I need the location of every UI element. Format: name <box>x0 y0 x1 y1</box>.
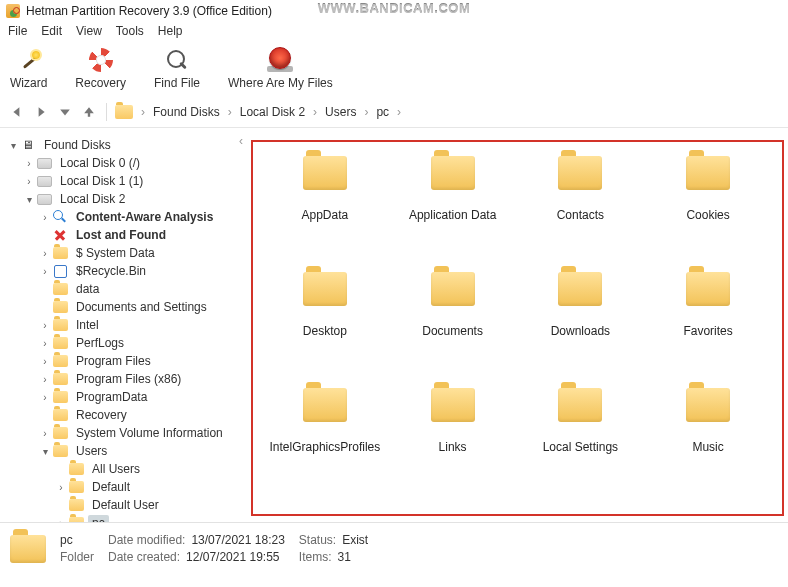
nav-divider <box>106 103 107 121</box>
tree-program-files[interactable]: › Program Files <box>38 352 241 370</box>
grid-item[interactable]: Links <box>393 388 513 454</box>
where-files-button[interactable]: Where Are My Files <box>228 46 333 90</box>
tree-disk-1[interactable]: › Local Disk 1 (1) <box>22 172 241 190</box>
tree-pc[interactable]: › pc <box>54 514 241 522</box>
menu-tools[interactable]: Tools <box>116 24 144 38</box>
grid-item[interactable]: Downloads <box>521 272 641 338</box>
nav-forward-button[interactable] <box>32 103 50 121</box>
tree-recycle[interactable]: › $Recycle.Bin <box>38 262 241 280</box>
grid-item-label: Downloads <box>551 324 610 338</box>
wizard-button[interactable]: Wizard <box>10 46 47 90</box>
recovery-button[interactable]: Recovery <box>75 46 126 90</box>
expander-icon[interactable]: ▾ <box>6 140 20 151</box>
tree-all-users[interactable]: · All Users <box>54 460 241 478</box>
folder-icon <box>53 445 68 457</box>
grid-item[interactable]: Music <box>648 388 768 454</box>
status-created-label: Date created: <box>108 550 180 564</box>
expander-icon[interactable]: › <box>38 338 52 349</box>
folder-grid: AppDataApplication DataContactsCookiesDe… <box>253 146 780 454</box>
folder-icon <box>558 388 602 422</box>
where-files-label: Where Are My Files <box>228 76 333 90</box>
tree-programdata[interactable]: › ProgramData <box>38 388 241 406</box>
expander-icon[interactable]: › <box>38 374 52 385</box>
tree-recovery-folder[interactable]: · Recovery <box>38 406 241 424</box>
tree-lost-found[interactable]: · Lost and Found <box>38 226 241 244</box>
crumb-pc[interactable]: pc <box>376 105 389 119</box>
grid-item[interactable]: Desktop <box>265 272 385 338</box>
tree-users-label: Users <box>72 443 111 459</box>
expander-icon[interactable]: › <box>38 356 52 367</box>
expander-icon[interactable]: ▾ <box>22 194 36 205</box>
tree-data[interactable]: · data <box>38 280 241 298</box>
expander-icon: · <box>38 410 52 421</box>
status-created: 12/07/2021 19:55 <box>186 550 279 564</box>
tree-perflogs[interactable]: › PerfLogs <box>38 334 241 352</box>
tree-disk-0-label: Local Disk 0 (/) <box>56 155 144 171</box>
tree-programdata-label: ProgramData <box>72 389 151 405</box>
grid-item[interactable]: Local Settings <box>521 388 641 454</box>
disk-icon <box>37 194 52 205</box>
tree-svi[interactable]: › System Volume Information <box>38 424 241 442</box>
menu-view[interactable]: View <box>76 24 102 38</box>
tree-intel[interactable]: › Intel <box>38 316 241 334</box>
status-modified: 13/07/2021 18:23 <box>191 533 284 547</box>
disk-icon <box>37 158 52 169</box>
nav-up-button[interactable] <box>80 103 98 121</box>
expander-icon[interactable]: › <box>38 212 52 223</box>
grid-item-label: Links <box>439 440 467 454</box>
menu-file[interactable]: File <box>8 24 27 38</box>
expander-icon[interactable]: › <box>38 392 52 403</box>
expander-icon[interactable]: › <box>54 482 68 493</box>
menu-help[interactable]: Help <box>158 24 183 38</box>
find-file-button[interactable]: Find File <box>154 46 200 90</box>
main-toolbar: Wizard Recovery Find File Where Are My F… <box>0 42 788 99</box>
expander-icon[interactable]: › <box>38 428 52 439</box>
grid-item[interactable]: Cookies <box>648 156 768 222</box>
crumb-users[interactable]: Users <box>325 105 356 119</box>
tree-disk-2[interactable]: ▾ Local Disk 2 <box>22 190 241 208</box>
crumb-found-disks[interactable]: Found Disks <box>153 105 220 119</box>
tree-default[interactable]: › Default <box>54 478 241 496</box>
grid-item[interactable]: Documents <box>393 272 513 338</box>
folder-icon <box>431 388 475 422</box>
content-panel: AppDataApplication DataContactsCookiesDe… <box>245 128 788 522</box>
tree-root[interactable]: ▾ 🖥 Found Disks <box>6 136 241 154</box>
tree-content-aware[interactable]: › Content-Aware Analysis <box>38 208 241 226</box>
tree-users[interactable]: ▾ Users <box>38 442 241 460</box>
chevron-right-icon: › <box>313 105 317 119</box>
folder-icon <box>53 409 68 421</box>
folder-icon <box>69 517 84 522</box>
expander-icon[interactable]: › <box>22 176 36 187</box>
tree-collapse-icon[interactable]: ‹ <box>237 134 245 148</box>
grid-item[interactable]: IntelGraphicsProfiles <box>265 388 385 454</box>
grid-item[interactable]: AppData <box>265 156 385 222</box>
expander-icon[interactable]: › <box>22 158 36 169</box>
grid-item-label: Cookies <box>686 208 729 222</box>
expander-icon[interactable]: › <box>38 248 52 259</box>
expander-icon[interactable]: › <box>54 518 68 523</box>
expander-icon: · <box>38 284 52 295</box>
expander-icon[interactable]: ▾ <box>38 446 52 457</box>
tree-program-files-x86[interactable]: › Program Files (x86) <box>38 370 241 388</box>
menu-edit[interactable]: Edit <box>41 24 62 38</box>
nav-back-button[interactable] <box>8 103 26 121</box>
grid-item[interactable]: Contacts <box>521 156 641 222</box>
tree-system-data[interactable]: › $ System Data <box>38 244 241 262</box>
window-title: Hetman Partition Recovery 3.9 (Office Ed… <box>26 4 272 18</box>
folder-icon <box>53 319 68 331</box>
tree-content-aware-label: Content-Aware Analysis <box>72 209 217 225</box>
expander-icon[interactable]: › <box>38 266 52 277</box>
grid-item[interactable]: Favorites <box>648 272 768 338</box>
status-bar: pc Folder Date modified: 13/07/2021 18:2… <box>0 522 788 574</box>
expander-icon[interactable]: › <box>38 320 52 331</box>
crumb-localdisk2[interactable]: Local Disk 2 <box>240 105 305 119</box>
expander-icon: · <box>54 500 68 511</box>
search-icon <box>53 210 67 224</box>
tree-docs-settings[interactable]: · Documents and Settings <box>38 298 241 316</box>
tree-default-user[interactable]: · Default User <box>54 496 241 514</box>
tree-disk-2-label: Local Disk 2 <box>56 191 129 207</box>
grid-item[interactable]: Application Data <box>393 156 513 222</box>
nav-history-button[interactable] <box>56 103 74 121</box>
folder-icon <box>558 156 602 190</box>
tree-disk-0[interactable]: › Local Disk 0 (/) <box>22 154 241 172</box>
